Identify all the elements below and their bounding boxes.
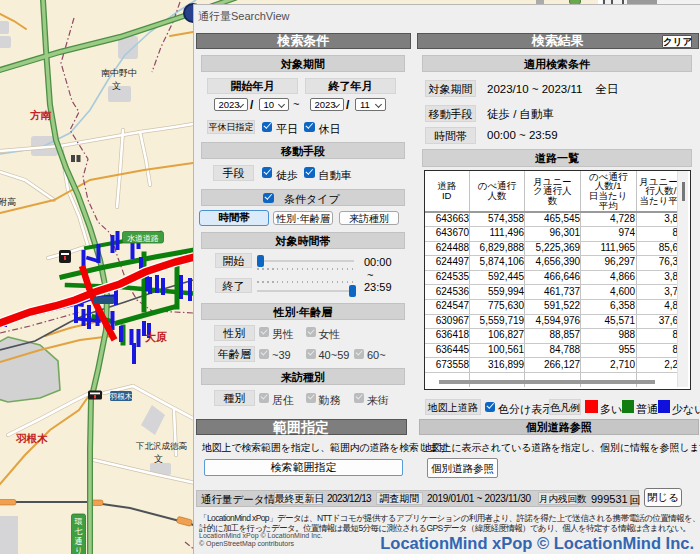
svg-text:文: 文: [154, 454, 163, 464]
svg-text:羽根木: 羽根木: [15, 432, 48, 444]
svg-text:文: 文: [112, 81, 121, 91]
svg-text:通: 通: [75, 536, 83, 546]
svg-text:大原: 大原: [145, 331, 167, 343]
svg-text:り: り: [74, 546, 82, 554]
svg-text:七: 七: [75, 527, 83, 536]
svg-text:方南: 方南: [29, 109, 52, 121]
svg-text:環: 環: [75, 517, 83, 526]
svg-text:南中野中: 南中野中: [101, 68, 137, 78]
svg-text:附高: 附高: [0, 197, 16, 207]
svg-text:下北沢成徳高: 下北沢成徳高: [135, 441, 188, 451]
svg-text:羽根木: 羽根木: [109, 392, 133, 401]
svg-text:水道道路: 水道道路: [127, 234, 159, 243]
